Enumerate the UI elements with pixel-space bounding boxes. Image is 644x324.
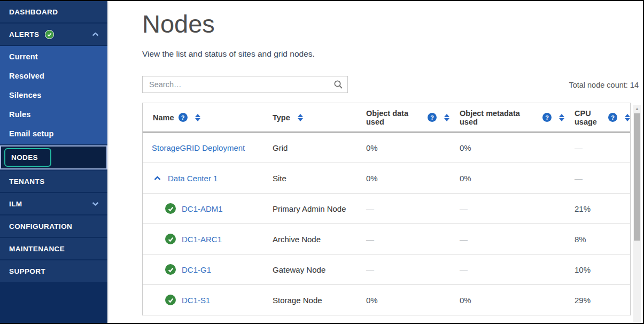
- alerts-status-check-icon: [45, 30, 54, 39]
- sort-icon[interactable]: [298, 114, 303, 121]
- object-data-used-value: 0%: [366, 296, 378, 305]
- collapse-chevron-up-icon[interactable]: [154, 176, 161, 181]
- sidebar-item-label: NODES: [11, 153, 38, 161]
- column-header-cpu-usage: CPU usage ?: [564, 109, 630, 126]
- cpu-usage-value: 10%: [575, 265, 591, 274]
- node-type: Site: [273, 174, 286, 183]
- vertical-scrollbar[interactable]: ▲: [633, 105, 641, 323]
- chevron-up-icon[interactable]: [92, 32, 101, 37]
- sidebar-item-nodes[interactable]: NODES: [0, 145, 107, 169]
- object-data-used-value: —: [366, 204, 374, 213]
- sidebar-filler: [0, 283, 107, 323]
- alerts-submenu: Current Resolved Silences Rules Email se…: [0, 46, 107, 144]
- cpu-usage-value: 8%: [575, 235, 586, 244]
- table-row-node: DC1-S1 Storage Node 0% 0% 29%: [143, 285, 630, 315]
- object-data-used-value: 0%: [366, 174, 378, 183]
- sidebar-item-current[interactable]: Current: [0, 47, 107, 66]
- node-type: Archive Node: [273, 235, 321, 244]
- nodes-focus-outline: NODES: [4, 148, 51, 167]
- object-metadata-used-value: 0%: [460, 174, 471, 183]
- object-metadata-used-value: 0%: [460, 296, 471, 305]
- node-type: Primary Admin Node: [273, 204, 346, 213]
- sort-icon[interactable]: [559, 114, 564, 121]
- sort-icon[interactable]: [195, 114, 200, 121]
- node-status-check-icon: [165, 203, 176, 214]
- search-icon[interactable]: [333, 80, 343, 91]
- sidebar-item-support[interactable]: SUPPORT: [0, 260, 107, 282]
- chevron-down-icon[interactable]: [92, 202, 101, 206]
- sidebar-item-email-setup[interactable]: Email setup: [0, 124, 107, 143]
- node-link[interactable]: Data Center 1: [168, 174, 218, 183]
- node-link[interactable]: DC1-G1: [182, 265, 211, 274]
- nodes-table: Name ? Type Object data used ? Object me…: [142, 103, 631, 315]
- help-icon[interactable]: ?: [542, 113, 552, 122]
- table-row-node: DC1-ADM1 Primary Admin Node — — 21%: [143, 194, 630, 224]
- main-content: Nodes View the list and status of sites …: [107, 1, 643, 323]
- object-data-used-value: —: [366, 235, 374, 244]
- sidebar-item-label: ILM: [9, 200, 22, 208]
- table-row-site: Data Center 1 Site 0% 0% —: [143, 163, 630, 194]
- page-title: Nodes: [142, 10, 643, 38]
- column-header-object-metadata-used: Object metadata used ?: [449, 109, 564, 126]
- sidebar-item-label: ALERTS: [9, 30, 39, 38]
- node-type: Gateway Node: [273, 265, 325, 274]
- sidebar-item-tenants[interactable]: TENANTS: [0, 171, 107, 192]
- total-node-count: Total node count: 14: [569, 81, 639, 93]
- sort-icon[interactable]: [625, 114, 630, 121]
- sidebar-item-resolved[interactable]: Resolved: [0, 66, 107, 86]
- object-metadata-used-value: —: [460, 235, 468, 244]
- sidebar-item-silences[interactable]: Silences: [0, 86, 107, 105]
- sidebar-item-label: CONFIGURATION: [9, 222, 72, 230]
- scrollbar-thumb[interactable]: [634, 113, 640, 241]
- object-metadata-used-value: —: [460, 265, 468, 274]
- help-icon[interactable]: ?: [179, 113, 188, 122]
- object-metadata-used-value: 0%: [460, 143, 471, 152]
- object-data-used-value: 0%: [366, 143, 378, 152]
- cpu-usage-value: —: [575, 143, 583, 152]
- sidebar-item-ilm[interactable]: ILM: [0, 193, 107, 214]
- sort-icon[interactable]: [444, 114, 449, 121]
- table-row-grid: StorageGRID Deployment Grid 0% 0% —: [143, 133, 630, 163]
- sidebar-item-label: TENANTS: [9, 178, 45, 186]
- app-window: DASHBOARD ALERTS Current Resolved Silenc…: [0, 0, 644, 324]
- help-icon[interactable]: ?: [608, 113, 617, 122]
- sidebar-item-alerts[interactable]: ALERTS: [0, 24, 107, 45]
- column-header-object-data-used: Object data used ?: [356, 109, 449, 126]
- node-link[interactable]: StorageGRID Deployment: [152, 143, 245, 152]
- sidebar: DASHBOARD ALERTS Current Resolved Silenc…: [0, 1, 107, 323]
- sidebar-item-maintenance[interactable]: MAINTENANCE: [0, 238, 107, 259]
- sidebar-item-label: MAINTENANCE: [9, 245, 65, 253]
- object-data-used-value: —: [366, 265, 374, 274]
- cpu-usage-value: 29%: [575, 296, 591, 305]
- page-subtitle: View the list and status of sites and gr…: [142, 49, 643, 59]
- sidebar-item-configuration[interactable]: CONFIGURATION: [0, 215, 107, 237]
- node-status-check-icon: [165, 295, 176, 305]
- node-status-check-icon: [165, 234, 176, 244]
- sidebar-item-rules[interactable]: Rules: [0, 105, 107, 124]
- scrollbar-up-arrow-icon[interactable]: ▲: [633, 105, 641, 113]
- search-box: [142, 76, 348, 93]
- object-metadata-used-value: —: [460, 204, 468, 213]
- search-input[interactable]: [142, 76, 348, 93]
- column-header-name: Name ?: [143, 113, 262, 122]
- node-link[interactable]: DC1-ADM1: [182, 204, 223, 213]
- toolbar: Total node count: 14: [142, 76, 639, 93]
- sidebar-item-dashboard[interactable]: DASHBOARD: [0, 1, 107, 22]
- column-header-type: Type: [262, 113, 356, 122]
- sidebar-item-label: DASHBOARD: [9, 8, 58, 16]
- node-link[interactable]: DC1-S1: [182, 296, 210, 305]
- cpu-usage-value: —: [575, 174, 583, 183]
- sidebar-item-label: SUPPORT: [9, 267, 45, 275]
- help-icon[interactable]: ?: [428, 113, 437, 122]
- node-link[interactable]: DC1-ARC1: [182, 235, 222, 244]
- table-row-node: DC1-G1 Gateway Node — — 10%: [143, 254, 630, 285]
- table-header-row: Name ? Type Object data used ? Object me…: [143, 103, 630, 133]
- node-status-check-icon: [165, 264, 176, 275]
- node-type: Storage Node: [273, 296, 322, 305]
- table-row-node: DC1-ARC1 Archive Node — — 8%: [143, 224, 630, 254]
- node-type: Grid: [273, 143, 288, 152]
- cpu-usage-value: 21%: [575, 204, 591, 213]
